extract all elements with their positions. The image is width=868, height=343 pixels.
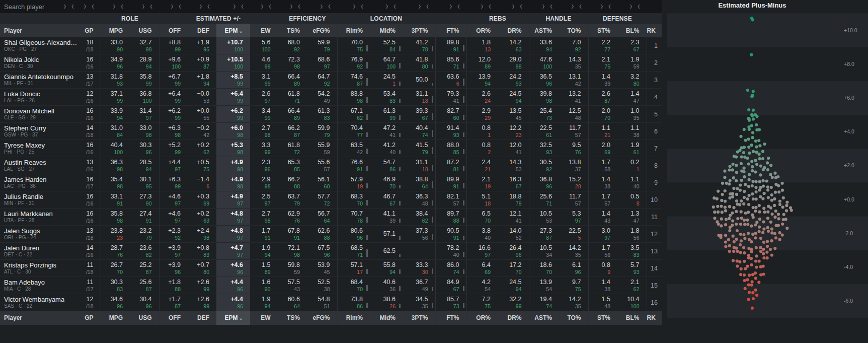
- table-row[interactable]: Stephen CurryGSW · PG · 3714/1831.08433.…: [0, 123, 662, 140]
- player-name[interactable]: Tyrese Maxey: [4, 142, 45, 150]
- column-header-st[interactable]: ST%: [588, 24, 617, 37]
- player-name[interactable]: Bam Adebayo: [4, 279, 45, 287]
- sort-asc-icon[interactable]: ❮: [457, 5, 460, 9]
- column-header-bl[interactable]: BL%: [617, 24, 647, 37]
- column-header-ft[interactable]: FT%: [435, 24, 466, 37]
- column-header-efg[interactable]: eFG%: [307, 311, 337, 325]
- player-info[interactable]: Victor WembanyamaSAS · C · 22: [0, 294, 81, 311]
- sort-asc-icon[interactable]: ❮: [71, 5, 74, 9]
- column-header-to[interactable]: TO%: [559, 24, 588, 37]
- column-header-off[interactable]: OFF: [159, 24, 188, 37]
- column-header-gp[interactable]: GP: [81, 311, 101, 325]
- column-header-ft[interactable]: FT%: [435, 311, 466, 325]
- column-header-3pt[interactable]: 3PT%: [403, 311, 435, 325]
- column-header-efg[interactable]: eFG%: [307, 24, 337, 37]
- sort-desc-icon[interactable]: ❯: [481, 5, 484, 9]
- player-info[interactable]: Shai Gilgeous-Alexand…OKC · PG · 27: [0, 37, 81, 54]
- table-row[interactable]: Kristaps PorzingisATL · C · 3011/1826.77…: [0, 260, 662, 277]
- column-header-def[interactable]: DEF: [188, 311, 216, 325]
- column-header-off[interactable]: OFF: [159, 311, 188, 325]
- sort-asc-icon[interactable]: ❮: [328, 5, 331, 9]
- table-row[interactable]: Bam AdebayoMIA · C · 2811/1730.38325.687…: [0, 277, 662, 294]
- sort-asc-icon[interactable]: ❮: [149, 5, 153, 9]
- player-info[interactable]: Luka DoncicLAL · PG · 26: [0, 89, 81, 105]
- column-header-or[interactable]: OR%: [466, 24, 498, 37]
- sort-asc-icon[interactable]: ❮: [393, 5, 397, 9]
- player-name[interactable]: Julius Randle: [4, 193, 43, 201]
- sort-asc-icon[interactable]: ❮: [488, 5, 492, 9]
- player-info[interactable]: James HardenLAC · PG · 36: [0, 174, 81, 191]
- column-header-rk[interactable]: RK: [647, 311, 662, 325]
- player-name[interactable]: James Harden: [4, 176, 47, 184]
- sort-desc-icon[interactable]: ❯: [261, 5, 264, 9]
- table-row[interactable]: Jalen SuggsORL · PG · 2413/1823.82323.27…: [0, 226, 662, 243]
- table-row[interactable]: Lauri MarkkanenUTA · PF · 2816/1635.8982…: [0, 209, 662, 226]
- table-row[interactable]: Tyrese MaxeyPHI · PG · 2516/1640.410030.…: [0, 140, 662, 157]
- player-name[interactable]: Luka Doncic: [4, 90, 40, 98]
- column-header-mpg[interactable]: MPG: [101, 24, 130, 37]
- player-name[interactable]: Giannis Antetokounmpo: [4, 73, 73, 81]
- sort-asc-icon[interactable]: ❮: [637, 5, 641, 9]
- player-info[interactable]: Stephen CurryGSW · PG · 37: [0, 123, 81, 140]
- sort-asc-icon[interactable]: ❮: [178, 5, 182, 9]
- search-input[interactable]: [0, 3, 59, 11]
- column-header-3pt[interactable]: 3PT%: [403, 24, 435, 37]
- player-name[interactable]: Stephen Curry: [4, 124, 46, 132]
- player-name[interactable]: Nikola Jokic: [4, 56, 39, 64]
- column-header-ast[interactable]: AST%: [529, 24, 559, 37]
- sort-desc-icon[interactable]: ❯: [63, 5, 67, 9]
- sort-desc-icon[interactable]: ❯: [84, 5, 87, 9]
- sort-asc-icon[interactable]: ❮: [91, 5, 95, 9]
- sort-desc-icon[interactable]: ❯: [320, 5, 324, 9]
- table-row[interactable]: Donovan MitchellCLE · SG · 2916/1633.994…: [0, 106, 662, 123]
- column-header-ts[interactable]: TS%: [278, 24, 307, 37]
- player-info[interactable]: Kristaps PorzingisATL · C · 30: [0, 260, 81, 277]
- column-header-rim[interactable]: Rim%: [337, 311, 370, 325]
- column-header-mid[interactable]: Mid%: [370, 24, 403, 37]
- sort-desc-icon[interactable]: ❯: [571, 5, 575, 9]
- chevron-down-icon[interactable]: ⌄: [239, 315, 243, 321]
- sort-desc-icon[interactable]: ❯: [171, 5, 174, 9]
- player-name[interactable]: Victor Wembanyama: [4, 296, 64, 304]
- table-row[interactable]: Luka DoncicLAL · PG · 2612/1637.19936.81…: [0, 89, 662, 106]
- player-name[interactable]: Jalen Duren: [4, 244, 39, 252]
- table-row[interactable]: Giannis AntetokounmpoMIL · PF · 3113/173…: [0, 72, 662, 89]
- player-info[interactable]: Donovan MitchellCLE · SG · 29: [0, 106, 81, 122]
- player-info[interactable]: Lauri MarkkanenUTA · PF · 28: [0, 209, 81, 225]
- sort-asc-icon[interactable]: ❮: [549, 5, 553, 9]
- sort-desc-icon[interactable]: ❯: [629, 5, 633, 9]
- column-header-player[interactable]: Player: [0, 24, 81, 37]
- sort-asc-icon[interactable]: ❮: [297, 5, 301, 9]
- table-row[interactable]: Austin ReavesLAL · SG · 2713/1636.39828.…: [0, 157, 662, 174]
- table-row[interactable]: Jalen DurenDET · C · 2214/1628.77623.682…: [0, 243, 662, 260]
- table-row[interactable]: Julius RandleMIN · PF · 3116/1633.19127.…: [0, 191, 662, 209]
- column-header-epm[interactable]: EPM⌄: [216, 311, 250, 325]
- column-header-rim[interactable]: Rim%: [337, 24, 370, 37]
- sort-desc-icon[interactable]: ❯: [199, 5, 203, 9]
- sort-desc-icon[interactable]: ❯: [600, 5, 604, 9]
- player-name[interactable]: Lauri Markkanen: [4, 210, 53, 218]
- column-header-rk[interactable]: RK: [647, 24, 662, 37]
- sort-asc-icon[interactable]: ❮: [268, 5, 272, 9]
- sort-desc-icon[interactable]: ❯: [113, 5, 116, 9]
- column-header-mid[interactable]: Mid%: [370, 311, 403, 325]
- column-header-def[interactable]: DEF: [188, 24, 216, 37]
- sort-desc-icon[interactable]: ❯: [290, 5, 293, 9]
- table-row[interactable]: Shai Gilgeous-Alexand…OKC · PG · 2718/18…: [0, 37, 662, 54]
- player-info[interactable]: Austin ReavesLAL · SG · 27: [0, 157, 81, 174]
- chevron-down-icon[interactable]: ⌄: [239, 28, 243, 34]
- sort-desc-icon[interactable]: ❯: [385, 5, 389, 9]
- column-header-ts[interactable]: TS%: [278, 311, 307, 325]
- player-info[interactable]: Jalen SuggsORL · PG · 24: [0, 226, 81, 242]
- sort-asc-icon[interactable]: ❮: [120, 5, 124, 9]
- column-header-ew[interactable]: EW: [250, 311, 278, 325]
- sort-desc-icon[interactable]: ❯: [142, 5, 145, 9]
- player-name[interactable]: Jalen Suggs: [4, 227, 40, 235]
- sort-desc-icon[interactable]: ❯: [233, 5, 236, 9]
- sort-asc-icon[interactable]: ❮: [519, 5, 523, 9]
- player-info[interactable]: Giannis AntetokounmpoMIL · PF · 31: [0, 72, 81, 88]
- sort-asc-icon[interactable]: ❮: [207, 5, 210, 9]
- sort-asc-icon[interactable]: ❮: [360, 5, 364, 9]
- column-header-to[interactable]: TO%: [559, 311, 588, 325]
- column-header-mpg[interactable]: MPG: [101, 311, 130, 325]
